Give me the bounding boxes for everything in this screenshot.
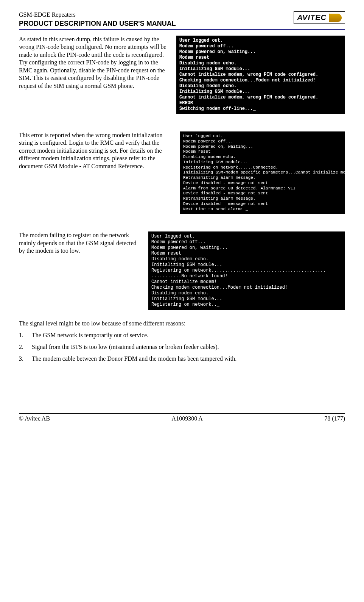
reasons-intro: The signal level might be too low becaus…: [19, 320, 345, 328]
terminal-init-string-error: User logged out. Modem powered off... Mo…: [180, 131, 345, 214]
brand-logo-icon: [329, 14, 342, 22]
list-number: 2.: [19, 343, 32, 351]
brand-logo: AVITEC: [294, 11, 345, 24]
brand-logo-text: AVITEC: [297, 13, 327, 22]
footer-divider: [19, 413, 345, 414]
header-divider: [19, 29, 345, 30]
footer-page-number: 78 (177): [324, 415, 345, 422]
terminal-network-register-error: User logged out. Modem powered off... Mo…: [148, 231, 345, 310]
list-item: 3.The modem cable between the Donor FDM …: [19, 355, 345, 363]
section-network-register-error: The modem failing to register on the net…: [19, 231, 345, 310]
list-text: Signal from the BTS is too low (misaimed…: [32, 343, 219, 351]
list-number: 3.: [19, 355, 32, 363]
section-init-string-error: This error is reported when the wrong mo…: [19, 131, 345, 214]
section-init-string-text: This error is reported when the wrong mo…: [19, 131, 175, 170]
list-item: 1.The GSM network is temporarily out of …: [19, 331, 345, 339]
header-product-line: GSM-EDGE Repeaters: [19, 11, 176, 18]
list-number: 1.: [19, 331, 32, 339]
section-pin-error-text: As stated in this screen dump, this fail…: [19, 36, 171, 90]
list-text: The GSM network is temporarily out of se…: [32, 331, 148, 339]
page-header: GSM-EDGE Repeaters PRODUCT DESCRIPTION A…: [19, 11, 345, 28]
terminal-pin-error: User logged out. Modem powered off... Mo…: [176, 36, 345, 114]
footer-docid: A1009300 A: [172, 415, 203, 422]
list-item: 2.Signal from the BTS is too low (misaim…: [19, 343, 345, 351]
section-pin-error: As stated in this screen dump, this fail…: [19, 36, 345, 114]
header-title: PRODUCT DESCRIPTION AND USER'S MANUAL: [19, 20, 176, 28]
footer-copyright: © Avitec AB: [19, 415, 50, 422]
page-footer: © Avitec AB A1009300 A 78 (177): [19, 415, 345, 422]
list-text: The modem cable between the Donor FDM an…: [32, 355, 236, 363]
reasons-list: 1.The GSM network is temporarily out of …: [19, 331, 345, 363]
section-network-register-text: The modem failing to register on the net…: [19, 231, 143, 255]
header-left: GSM-EDGE Repeaters PRODUCT DESCRIPTION A…: [19, 11, 176, 28]
